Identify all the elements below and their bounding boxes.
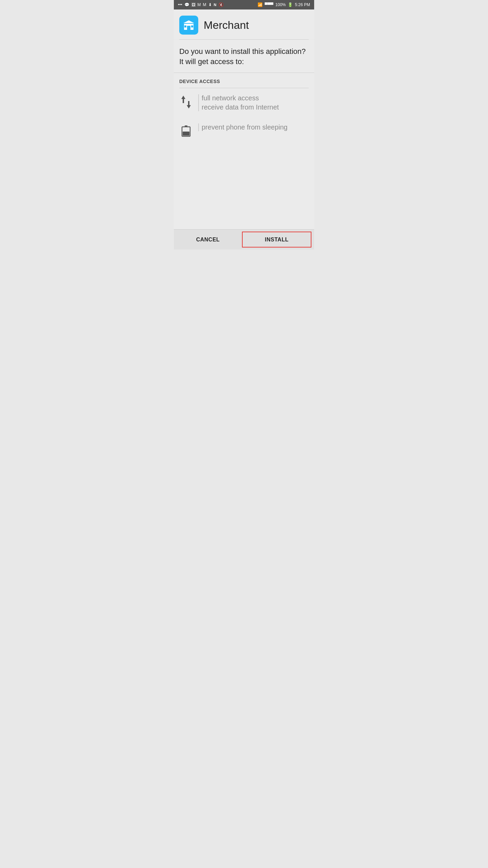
notification-dots-icon: ••• (178, 2, 182, 7)
status-bar: ••• 💬 🖼 M M ⬇ N 🔇 📶 ▀▀▀ 100% 🔋 5:26 PM (174, 0, 314, 9)
mute-icon: 🔇 (219, 2, 224, 7)
svg-rect-1 (184, 24, 194, 25)
sleep-permission-text: prevent phone from sleeping (198, 123, 288, 131)
svg-marker-6 (187, 101, 191, 108)
network-permission-subtitle: receive data from Internet (202, 103, 279, 111)
svg-rect-4 (191, 25, 193, 27)
download-icon: ⬇ (208, 2, 212, 7)
nfc-icon: N (214, 3, 217, 7)
svg-rect-2 (187, 26, 190, 30)
question-text-content: Do you want to install this application?… (179, 47, 306, 66)
network-permission-title: full network access (202, 94, 279, 102)
email-icon: M (198, 2, 201, 7)
network-arrows-icon (181, 96, 191, 108)
battery-icon: 🔋 (288, 2, 293, 7)
battery-percentage: 100% (276, 2, 286, 7)
network-permission-text: full network access receive data from In… (198, 94, 279, 111)
status-bar-left: ••• 💬 🖼 M M ⬇ N 🔇 (178, 2, 224, 7)
bottom-action-bar: CANCEL INSTALL (174, 229, 314, 250)
app-icon (179, 16, 198, 35)
device-access-section: DEVICE ACCESS full network access receiv… (174, 73, 314, 229)
svg-rect-8 (185, 125, 187, 127)
svg-rect-9 (183, 132, 189, 136)
battery-icon-wrap (179, 123, 193, 137)
network-icon-wrap (179, 94, 193, 108)
permission-network: full network access receive data from In… (174, 88, 314, 117)
time-display: 5:26 PM (295, 2, 310, 7)
permission-sleep: prevent phone from sleeping (174, 117, 314, 143)
wifi-icon: 📶 (258, 2, 263, 7)
status-bar-right: 📶 ▀▀▀ 100% 🔋 5:26 PM (258, 2, 310, 7)
app-header: Merchant (174, 9, 314, 39)
section-title: DEVICE ACCESS (179, 79, 220, 84)
svg-marker-5 (181, 96, 185, 103)
svg-rect-3 (184, 25, 186, 27)
image-icon: 🖼 (191, 2, 196, 7)
merchant-icon (183, 19, 195, 31)
cancel-button[interactable]: CANCEL (174, 230, 242, 250)
section-header: DEVICE ACCESS (174, 73, 314, 88)
app-name-title: Merchant (204, 19, 249, 32)
sleep-permission-title: prevent phone from sleeping (202, 123, 288, 131)
battery-sleep-icon (181, 125, 191, 137)
install-question: Do you want to install this application?… (174, 40, 314, 73)
signal-icon: ▀▀▀ (265, 2, 273, 7)
install-button[interactable]: INSTALL (242, 232, 311, 248)
email2-icon: M (203, 2, 206, 7)
chat-icon: 💬 (184, 2, 189, 7)
